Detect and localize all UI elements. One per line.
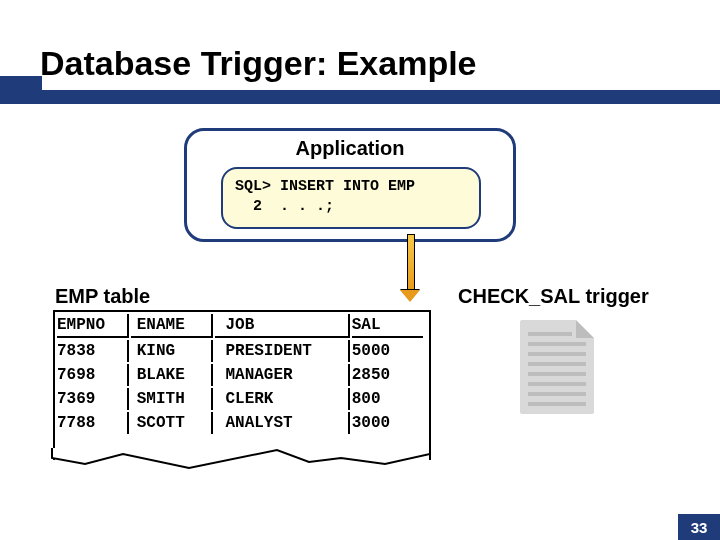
page-number: 33 [691,519,708,536]
cell-empno: 7788 [57,412,129,434]
cell-job: CLERK [215,388,349,410]
application-label: Application [187,137,513,160]
title-bar: Database Trigger: Example [0,50,720,105]
cell-sal: 3000 [352,412,423,434]
title-accent-block [0,76,42,90]
cell-sal: 2850 [352,364,423,386]
table-row: 7698 BLAKE MANAGER 2850 [57,364,423,386]
page-number-badge: 33 [678,514,720,540]
application-box: Application SQL> INSERT INTO EMP 2 . . .… [184,128,516,242]
cell-job: PRESIDENT [215,340,349,362]
document-icon [520,320,594,414]
sql-line-2: 2 . . .; [235,197,415,217]
title-accent-bar [0,90,720,104]
cell-ename: BLAKE [131,364,214,386]
arrow-down-icon [405,234,415,300]
emp-table: EMPNO ENAME JOB SAL 7838 KING PRESIDENT … [55,312,425,436]
check-sal-trigger-label: CHECK_SAL trigger [458,285,649,308]
cell-ename: SCOTT [131,412,214,434]
emp-table-label: EMP table [55,285,150,308]
th-ename: ENAME [131,314,214,338]
cell-job: MANAGER [215,364,349,386]
sql-content: SQL> INSERT INTO EMP 2 . . .; [235,177,415,218]
cell-job: ANALYST [215,412,349,434]
cell-ename: SMITH [131,388,214,410]
cell-sal: 800 [352,388,423,410]
table-row: 7838 KING PRESIDENT 5000 [57,340,423,362]
table-header-row: EMPNO ENAME JOB SAL [57,314,423,338]
table-row: 7788 SCOTT ANALYST 3000 [57,412,423,434]
torn-edge-icon [51,448,431,470]
cell-empno: 7369 [57,388,129,410]
th-sal: SAL [352,314,423,338]
sql-statement-box: SQL> INSERT INTO EMP 2 . . .; [221,167,481,229]
table-row: 7369 SMITH CLERK 800 [57,388,423,410]
cell-empno: 7838 [57,340,129,362]
th-empno: EMPNO [57,314,129,338]
cell-empno: 7698 [57,364,129,386]
cell-sal: 5000 [352,340,423,362]
sql-line-1: SQL> INSERT INTO EMP [235,177,415,197]
slide-title: Database Trigger: Example [40,44,477,83]
cell-ename: KING [131,340,214,362]
th-job: JOB [215,314,349,338]
